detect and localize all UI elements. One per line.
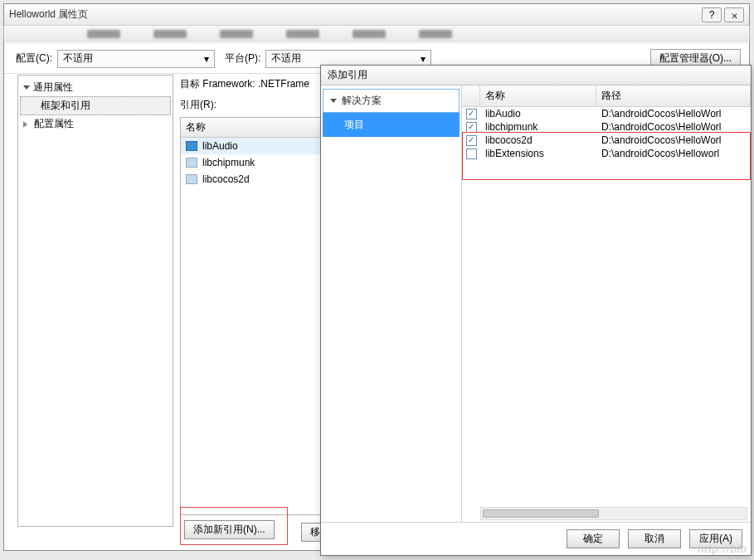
category-solution[interactable]: 解决方案 <box>323 89 460 113</box>
reference-item[interactable]: libcocos2d <box>181 171 320 187</box>
chevron-down-icon: ▾ <box>421 53 426 65</box>
config-combo[interactable]: 不适用 ▾ <box>57 50 215 68</box>
grid-header-check[interactable] <box>462 85 480 106</box>
grid-header-path[interactable]: 路径 <box>596 85 751 106</box>
config-label: 配置(C): <box>16 51 52 66</box>
category-label: 项目 <box>344 119 364 130</box>
reference-name: libAudio <box>202 140 238 152</box>
add-new-reference-button[interactable]: 添加新引用(N)... <box>184 520 275 539</box>
title-bar[interactable]: Helloworld 属性页 ? ⨉ <box>4 4 749 26</box>
inner-grid: 名称 路径 ✓libAudioD:\androidCocos\HelloWorl… <box>462 85 751 522</box>
row-path: D:\androidCocos\HelloWorl <box>596 134 751 146</box>
grid-row[interactable]: libExtensionsD:\androidCocos\Helloworl <box>462 147 751 160</box>
reference-item[interactable]: libchipmunk <box>181 154 320 171</box>
category-project[interactable]: 项目 <box>323 113 460 137</box>
row-path: D:\androidCocos\HelloWorl <box>596 108 751 119</box>
window-title: Helloworld 属性页 <box>9 7 699 22</box>
expand-icon <box>23 121 31 128</box>
expand-icon <box>23 85 30 90</box>
tree-framework-references[interactable]: 框架和引用 <box>20 96 171 115</box>
inner-body: 解决方案 项目 名称 路径 ✓libAudioD:\androidCocos\H… <box>321 85 751 522</box>
add-reference-dialog: 添加引用 解决方案 项目 名称 路径 ✓libAudioD:\androidCo… <box>320 65 752 556</box>
help-button[interactable]: ? <box>702 7 722 22</box>
config-value: 不适用 <box>63 51 93 66</box>
tree-common-properties[interactable]: 通用属性 <box>20 79 171 96</box>
library-icon <box>186 174 197 184</box>
category-tree[interactable]: 通用属性 框架和引用 配置属性 <box>17 75 173 527</box>
grid-header: 名称 路径 <box>462 85 751 107</box>
checkbox[interactable] <box>466 149 477 159</box>
library-icon <box>186 141 197 151</box>
cancel-button[interactable]: 取消 <box>628 529 681 548</box>
category-label: 解决方案 <box>342 94 382 108</box>
tree-label: 通用属性 <box>33 80 73 95</box>
library-icon <box>186 158 197 168</box>
tree-config-properties[interactable]: 配置属性 <box>20 115 171 133</box>
chevron-down-icon: ▾ <box>204 53 209 65</box>
grid-row[interactable]: ✓libAudioD:\androidCocos\HelloWorl <box>462 107 751 120</box>
inner-footer: 确定 取消 应用(A) <box>321 522 751 555</box>
ok-button[interactable]: 确定 <box>567 529 620 548</box>
grid-header-name[interactable]: 名称 <box>480 85 596 106</box>
checkbox[interactable]: ✓ <box>466 109 477 119</box>
inner-category-panel: 解决方案 项目 <box>321 85 462 522</box>
row-path: D:\androidCocos\HelloWorl <box>596 121 751 133</box>
reference-item[interactable]: libAudio <box>181 138 320 154</box>
row-name: libchipmunk <box>480 121 596 133</box>
inner-title-bar[interactable]: 添加引用 <box>321 66 751 85</box>
platform-value: 不适用 <box>271 51 301 66</box>
menu-bar-blurred <box>4 26 749 42</box>
row-name: libcocos2d <box>480 134 596 146</box>
reference-name: libchipmunk <box>202 157 255 168</box>
grid-row[interactable]: ✓libchipmunkD:\androidCocos\HelloWorl <box>462 120 751 134</box>
platform-label: 平台(P): <box>225 51 260 66</box>
inner-title: 添加引用 <box>328 68 367 82</box>
checkbox[interactable]: ✓ <box>466 135 477 146</box>
reference-name: libcocos2d <box>202 173 250 185</box>
row-path: D:\androidCocos\Helloworl <box>596 148 751 159</box>
row-name: libExtensions <box>480 148 596 159</box>
apply-button[interactable]: 应用(A) <box>689 529 742 548</box>
checkbox[interactable]: ✓ <box>466 122 477 133</box>
grid-row[interactable]: ✓libcocos2dD:\androidCocos\HelloWorl <box>462 134 751 147</box>
horizontal-scrollbar[interactable] <box>480 507 747 520</box>
references-list[interactable]: 名称 libAudio libchipmunk libcocos2d <box>180 117 321 515</box>
close-button[interactable]: ⨉ <box>724 7 744 22</box>
row-name: libAudio <box>480 108 596 119</box>
tree-label: 框架和引用 <box>41 99 90 113</box>
references-header-name[interactable]: 名称 <box>181 118 320 138</box>
scrollbar-thumb[interactable] <box>483 509 599 518</box>
tree-label: 配置属性 <box>34 117 74 131</box>
add-reference-highlight: 添加新引用(N)... <box>180 507 288 545</box>
expand-icon <box>330 99 337 103</box>
